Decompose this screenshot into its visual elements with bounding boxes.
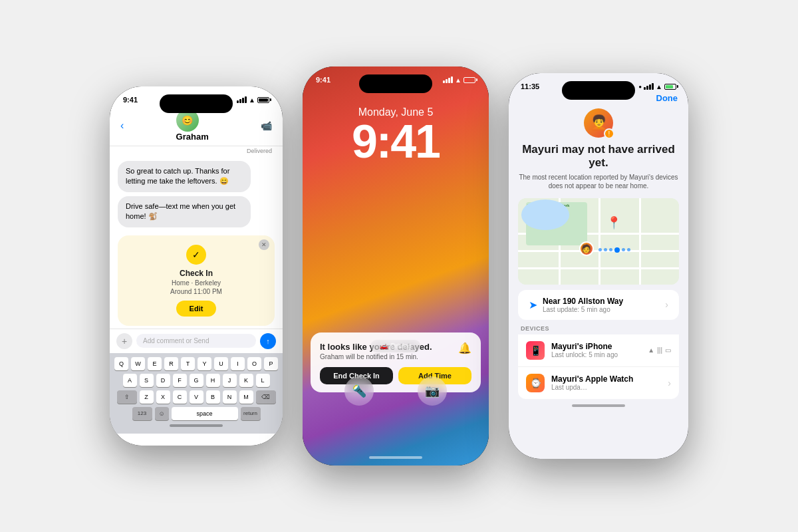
key-k[interactable]: K — [239, 374, 253, 387]
route-dots — [598, 247, 630, 253]
message-input[interactable]: Add comment or Send — [136, 334, 256, 348]
notch — [160, 94, 233, 113]
time: 9:41 — [123, 96, 138, 104]
driving-icon: 🚗 — [380, 342, 388, 350]
map-view: Berkeley Aquatic Park 📍 🧑 — [518, 198, 679, 285]
edit-button[interactable]: Edit — [176, 301, 217, 317]
key-return[interactable]: return — [241, 407, 261, 420]
key-f[interactable]: F — [173, 374, 187, 387]
key-r[interactable]: R — [164, 357, 178, 370]
lock-time-display: 9:41 — [303, 118, 489, 165]
phone-messages: 9:41 ▲ ‹ 😊 Graham — [110, 86, 283, 446]
findmy-screen: 11:35 ● ▲ Done 🧑‍🦱 — [509, 73, 688, 459]
person-location-pin: 🧑 — [579, 241, 594, 256]
findmy-time: 11:35 — [521, 82, 539, 90]
key-shift[interactable]: ⇧ — [117, 390, 137, 404]
route-dot-3 — [609, 248, 612, 251]
map-street-v2 — [598, 198, 600, 285]
route-dot-6 — [627, 248, 630, 251]
mayuri-avatar: 🧑‍🦱 ! — [584, 108, 613, 138]
findmy-signal-icon — [644, 83, 654, 90]
findmy-status-icons: ● ▲ — [638, 83, 676, 90]
location-row[interactable]: ➤ Near 190 Allston Way Last update: 5 mi… — [518, 290, 679, 320]
iphone-icon: 📱 — [526, 341, 545, 360]
checkin-title: Check In — [127, 269, 265, 278]
location-update-time: Last update: 5 min ago — [543, 306, 623, 313]
key-d[interactable]: D — [156, 374, 170, 387]
close-icon[interactable]: ✕ — [259, 239, 269, 250]
contact-info: 😊 Graham — [176, 109, 209, 142]
done-button[interactable]: Done — [656, 93, 678, 103]
key-s[interactable]: S — [140, 374, 154, 387]
iphone-status-icons: ▲ ||| ▭ — [648, 346, 671, 354]
key-z[interactable]: Z — [140, 390, 154, 404]
key-n[interactable]: N — [223, 390, 237, 404]
key-y[interactable]: Y — [198, 357, 211, 370]
lockscreen-screen: 9:41 ▲ Monday, June 5 9:41 It looks — [303, 66, 489, 466]
key-b[interactable]: B — [206, 390, 220, 404]
location-arrow-icon: ➤ — [529, 299, 537, 311]
checkin-mini-icon: 🔔 — [458, 342, 471, 354]
key-q[interactable]: Q — [114, 357, 128, 370]
route-dot-5 — [622, 248, 625, 251]
findmy-home-indicator — [572, 404, 625, 407]
camera-button[interactable]: 📷 — [418, 376, 447, 406]
keyboard-row-3: ⇧ Z X C V B N M ⌫ — [112, 390, 280, 404]
flashlight-button[interactable]: 🔦 — [344, 376, 374, 406]
key-w[interactable]: W — [131, 357, 145, 370]
messages-area: So great to catch up. Thanks for letting… — [110, 156, 283, 233]
findmy-wifi-icon: ▲ — [656, 83, 662, 90]
iphone-battery-icon: ▭ — [665, 346, 671, 354]
key-i[interactable]: I — [231, 357, 245, 370]
key-a[interactable]: A — [123, 374, 137, 387]
checkin-card: ✕ ✓ Check In Home · Berkeley Around 11:0… — [118, 235, 275, 326]
key-j[interactable]: J — [223, 374, 237, 387]
device-row-watch[interactable]: ⌚ Mayuri's Apple Watch Last upda… › — [518, 367, 679, 399]
add-button[interactable]: + — [116, 333, 132, 349]
route-dot-4 — [614, 247, 620, 253]
iphone-name: Mayuri's iPhone — [551, 342, 641, 351]
delivered-label: Delivered — [110, 146, 283, 156]
iphone-status: Last unlock: 5 min ago — [551, 351, 641, 358]
key-p[interactable]: P — [264, 357, 278, 370]
key-g[interactable]: G — [190, 374, 203, 387]
key-t[interactable]: T — [181, 357, 195, 370]
lock-status-icons: ▲ — [443, 76, 475, 84]
video-icon[interactable]: 📹 — [261, 120, 272, 131]
alert-section: 🧑‍🦱 ! Mayuri may not have arrived yet. T… — [509, 108, 688, 198]
driving-pill: 🚗 Driving — [370, 340, 420, 352]
key-delete[interactable]: ⌫ — [256, 390, 276, 404]
location-name: Near 190 Allston Way — [543, 297, 623, 306]
phone-lockscreen: 9:41 ▲ Monday, June 5 9:41 It looks — [303, 66, 489, 466]
key-space[interactable]: space — [172, 407, 238, 420]
key-x[interactable]: X — [156, 390, 170, 404]
notch-2 — [359, 74, 432, 93]
key-u[interactable]: U — [214, 357, 228, 370]
message-bubble-2: Drive safe—text me when you get home! 🐒 — [118, 196, 251, 227]
iphone-info: Mayuri's iPhone Last unlock: 5 min ago — [551, 342, 641, 358]
checkin-icon: ✓ — [186, 245, 206, 265]
key-c[interactable]: C — [173, 390, 187, 404]
wifi-icon: ▲ — [249, 96, 255, 104]
iphone-wifi-icon: ▲ — [648, 346, 654, 354]
message-bubble-1: So great to catch up. Thanks for letting… — [118, 161, 251, 192]
key-v[interactable]: V — [190, 390, 203, 404]
send-button[interactable]: ↑ — [260, 333, 276, 349]
back-icon[interactable]: ‹ — [120, 120, 124, 132]
map-street-v3 — [639, 198, 641, 285]
route-dot-2 — [604, 248, 607, 251]
key-m[interactable]: M — [239, 390, 253, 404]
map-water — [521, 200, 570, 230]
key-123[interactable]: 123 — [132, 407, 152, 420]
key-e[interactable]: E — [148, 357, 162, 370]
watch-chevron-icon: › — [668, 378, 671, 388]
destination-pin: 📍 — [606, 217, 617, 230]
findmy-battery-icon — [664, 84, 676, 90]
watch-info: Mayuri's Apple Watch Last upda… — [551, 374, 661, 391]
device-row-iphone[interactable]: 📱 Mayuri's iPhone Last unlock: 5 min ago… — [518, 334, 679, 367]
key-o[interactable]: O — [247, 357, 261, 370]
key-h[interactable]: H — [206, 374, 220, 387]
route-dot-1 — [598, 248, 602, 251]
key-emoji[interactable]: ☺ — [155, 407, 169, 420]
key-l[interactable]: L — [256, 374, 270, 387]
